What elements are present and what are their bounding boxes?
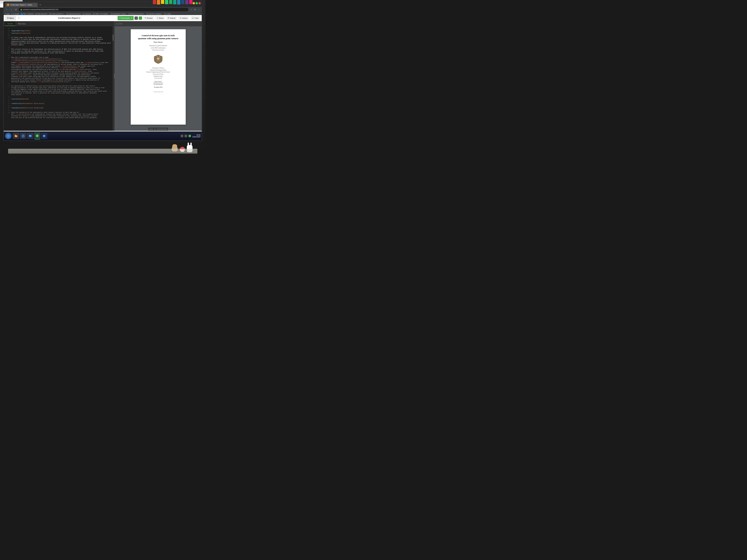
share-button[interactable]: ↗ Share: [155, 16, 165, 20]
active-tab[interactable]: Confirmation Report 2 - Online ... ×: [5, 3, 38, 7]
robot-toy-3: [161, 0, 164, 4]
bookmark-pickup[interactable]: to pick up where i l...: [49, 13, 65, 15]
extensions-btn[interactable]: ⚙: [193, 8, 197, 11]
robot-toy-10: [189, 0, 192, 4]
svg-rect-16: [29, 136, 31, 137]
dept-line6: GU2 7AL UK: [154, 78, 162, 79]
tab-close-btn[interactable]: ×: [35, 4, 36, 6]
taskbar-files[interactable]: [13, 133, 19, 139]
taskbar-overleaf[interactable]: O: [34, 132, 40, 139]
svg-line-7: [157, 60, 158, 61]
menu-btn-browser[interactable]: ⋮: [197, 8, 200, 11]
bookmark-stationary[interactable]: stationary: [82, 13, 91, 15]
pdf-page-info: 1 / 1: [119, 23, 122, 25]
bookmark-google[interactable]: G G Google: [11, 13, 19, 15]
submit-button[interactable]: ✉ Submit: [166, 16, 177, 20]
bookmark-majorana[interactable]: majorana fermions: [66, 13, 81, 15]
pdf-fit-btn[interactable]: ⊞: [154, 129, 155, 130]
up-arrow-btn[interactable]: ↑: [17, 16, 21, 20]
history-button[interactable]: ⏱ History: [178, 16, 189, 20]
pdf-scroll-area[interactable]: Control of electron spin state in InSb q…: [115, 26, 202, 128]
user-avatar: [139, 17, 142, 20]
forward-button[interactable]: ›: [9, 8, 13, 11]
start-button[interactable]: [5, 133, 11, 139]
pdf-panel: ‹ › 1 / 1 Control of electron spin state…: [115, 21, 202, 131]
taskbar-explorer[interactable]: [27, 133, 33, 139]
svg-rect-15: [30, 135, 31, 136]
bookmark-star[interactable]: ☆: [189, 8, 192, 11]
source-tabs: Source Rich Text: [4, 21, 114, 26]
window-minimize[interactable]: [192, 2, 195, 4]
pdf-toolbar: ‹ › 1 / 1: [115, 21, 202, 26]
bookmark-quantum[interactable]: Quantum Imaging I...: [146, 13, 162, 15]
code-line-71: 71 This project focuses on the developme…: [4, 48, 114, 54]
dept-line1: Department of Physics: [152, 67, 164, 69]
menu-button[interactable]: ☰ Menu: [5, 16, 16, 20]
pdf-prev-btn[interactable]: ‹: [116, 23, 117, 25]
tab-rich-text[interactable]: Rich Text: [16, 22, 28, 26]
editor-main: Source Rich Text 65 66 \pagenumbering{ar…: [4, 21, 202, 131]
tray-volume: [185, 135, 187, 137]
date-display: 22/01/2020: [192, 136, 200, 138]
new-tab-btn[interactable]: +: [38, 3, 42, 7]
source-code-area[interactable]: 65 66 \pagenumbering{arabic} 67 \section…: [4, 26, 114, 131]
stationary-icon: [82, 13, 84, 15]
history-icon: ⏱: [180, 17, 181, 19]
svg-text:W: W: [43, 135, 45, 137]
bookmark-phd[interactable]: PhD resources: [35, 13, 47, 15]
monitor-bezel: Confirmation Report 2 - Online ... × + ‹…: [3, 1, 202, 141]
bookmark-coding-label: coding: [166, 13, 171, 15]
recompile-icon: ↺: [119, 17, 121, 19]
refresh-button[interactable]: ↺: [14, 8, 18, 11]
review-button[interactable]: ✎ Review: [143, 16, 154, 20]
review-label: Review: [147, 17, 153, 19]
recompile-dropdown[interactable]: ▾: [131, 17, 132, 19]
coding-icon: [164, 13, 166, 15]
bookmark-onedrive[interactable]: Files - OneDrive: [21, 13, 34, 15]
bookmark-physics[interactable]: Physics of Low-Dim...: [128, 13, 145, 15]
window-maximize[interactable]: [196, 2, 198, 4]
bookmark-apps[interactable]: ⠿ Apps: [5, 13, 10, 15]
tab-source[interactable]: Source: [5, 22, 15, 26]
bookmark-srim-label: SRIM - The Stoppin...: [95, 13, 109, 15]
lock-icon: 🔒: [20, 9, 22, 10]
pdf-timestamp: 16:09 22/01/2020: [157, 129, 167, 130]
address-bar[interactable]: 🔒 overleaf.com/project/5dcd186a2eaffc000…: [19, 8, 188, 11]
pdf-subtitle-line3: University of Surrey: [152, 49, 164, 51]
srim-icon: [93, 13, 95, 15]
quantum-icon: [146, 13, 148, 15]
browser-actions: ☆ ⚙ ⋮: [189, 8, 200, 11]
chat-button[interactable]: 💬 Chat: [190, 16, 200, 20]
tray-bluetooth: [188, 135, 191, 137]
svg-rect-14: [29, 135, 30, 136]
bookmark-onedrive-label: Files - OneDrive: [23, 13, 34, 15]
address-bar-row: ‹ › ↺ 🔒 overleaf.com/project/5dcd186a2ea…: [4, 7, 202, 12]
pdf-next-btn[interactable]: ›: [118, 23, 119, 25]
window-close[interactable]: [199, 2, 201, 4]
taskbar-chrome[interactable]: [20, 133, 26, 139]
source-panel: Source Rich Text 65 66 \pagenumbering{ar…: [4, 21, 114, 131]
supervisor2: Prof Ben Murdin: [154, 84, 163, 85]
recompile-button[interactable]: ↺ Recompile ▾: [118, 16, 134, 20]
tab-title: Confirmation Report 2 - Online ...: [10, 4, 34, 6]
supervised-by: Supervised by: [154, 81, 162, 82]
submit-icon: ✉: [168, 17, 169, 19]
university-crest: [153, 54, 163, 64]
taskbar-word[interactable]: W: [41, 133, 47, 139]
scrollbar-thumb[interactable]: [112, 34, 113, 41]
code-line-75: 75 The implications of demonstrating a s…: [4, 85, 114, 96]
source-scrollbar[interactable]: [112, 26, 114, 131]
robot-toy-4: [165, 0, 168, 4]
bookmark-spintronics[interactable]: Spintronics: Theory...: [111, 13, 127, 15]
back-button[interactable]: ‹: [5, 8, 8, 11]
bookmark-srim[interactable]: SRIM - The Stoppin...: [93, 13, 109, 15]
pdf-subtitle: Submitted in partial fulfilment of the P…: [149, 45, 167, 51]
code-line-78: 78: [4, 100, 114, 102]
bookmark-coding[interactable]: coding: [164, 13, 171, 15]
bookmark-majorana-label: majorana fermions: [69, 13, 81, 15]
tray-network: [181, 135, 183, 137]
code-line-67: 67 \section{Introduction}: [4, 32, 114, 34]
taskbar-clock[interactable]: 16:09 22/01/2020: [192, 134, 200, 138]
onedrive-icon: [21, 13, 23, 15]
menu-label: Menu: [9, 17, 14, 19]
